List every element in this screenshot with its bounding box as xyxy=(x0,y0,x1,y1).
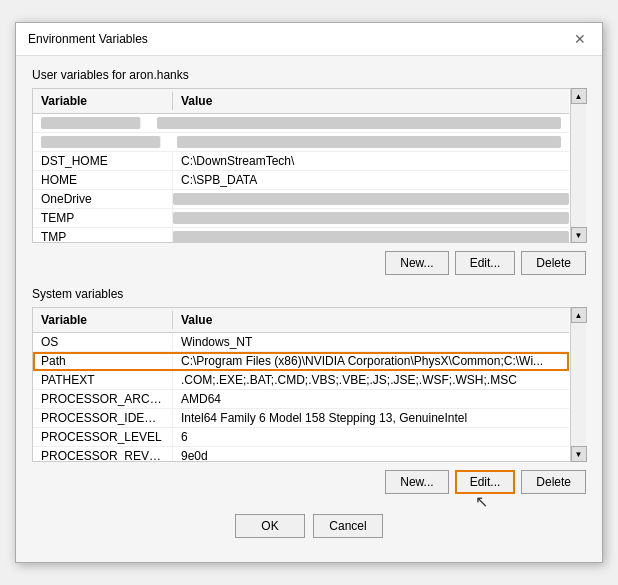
cell-value: 6 xyxy=(173,428,569,446)
dialog-body: User variables for aron.hanks Variable V… xyxy=(16,56,602,562)
cancel-button[interactable]: Cancel xyxy=(313,514,383,538)
cell-variable: OneDrive xyxy=(33,190,173,208)
environment-variables-dialog: Environment Variables ✕ User variables f… xyxy=(15,22,603,563)
system-table-header: Variable Value xyxy=(33,308,569,333)
cell-value: C:\Program Files (x86)\NVIDIA Corporatio… xyxy=(173,352,569,370)
cell-value xyxy=(173,212,569,224)
scroll-up-arrow[interactable]: ▲ xyxy=(571,307,587,323)
cell-variable: TEMP xyxy=(33,209,173,227)
cell-value: .COM;.EXE;.BAT;.CMD;.VBS;.VBE;.JS;.JSE;.… xyxy=(173,371,569,389)
system-section-label: System variables xyxy=(32,287,586,301)
user-var-header: Variable xyxy=(33,92,173,110)
cell-variable: PROCESSOR_ARCHITECTURE xyxy=(33,390,173,408)
user-variables-table: Variable Value DST_HOME C:\DownStreamTec… xyxy=(32,88,586,243)
bottom-buttons-row: OK Cancel xyxy=(32,506,586,550)
table-row[interactable]: TMP xyxy=(33,228,569,243)
table-row[interactable]: OneDrive xyxy=(33,190,569,209)
system-variables-table: Variable Value OS Windows_NT Path C:\Pro… xyxy=(32,307,586,462)
cell-value: 9e0d xyxy=(173,447,569,462)
system-var-header: Variable xyxy=(33,311,173,329)
cell-value: Windows_NT xyxy=(173,333,569,351)
user-table-header: Variable Value xyxy=(33,89,569,114)
system-new-button[interactable]: New... xyxy=(385,470,448,494)
cell-variable: PROCESSOR_LEVEL xyxy=(33,428,173,446)
cell-variable: DST_HOME xyxy=(33,152,173,170)
cell-value: Intel64 Family 6 Model 158 Stepping 13, … xyxy=(173,409,569,427)
table-row[interactable]: HOME C:\SPB_DATA xyxy=(33,171,569,190)
user-section-label: User variables for aron.hanks xyxy=(32,68,586,82)
table-row[interactable]: OS Windows_NT xyxy=(33,333,569,352)
cell-variable: PROCESSOR_IDENTIFIER xyxy=(33,409,173,427)
table-row[interactable]: PROCESSOR_LEVEL 6 xyxy=(33,428,569,447)
user-table-scrollbar[interactable]: ▲ ▼ xyxy=(570,88,586,243)
system-edit-button[interactable]: Edit... xyxy=(455,470,516,494)
table-row[interactable]: PATHEXT .COM;.EXE;.BAT;.CMD;.VBS;.VBE;.J… xyxy=(33,371,569,390)
cell-variable: OS xyxy=(33,333,173,351)
table-row[interactable]: TEMP xyxy=(33,209,569,228)
ok-button[interactable]: OK xyxy=(235,514,305,538)
cell-value xyxy=(173,193,569,205)
system-buttons-row: New... Edit... Delete xyxy=(32,470,586,494)
scroll-up-arrow[interactable]: ▲ xyxy=(571,88,587,104)
system-val-header: Value xyxy=(173,311,569,329)
table-row[interactable]: PROCESSOR_REVISION 9e0d xyxy=(33,447,569,462)
user-buttons-row: New... Edit... Delete xyxy=(32,251,586,275)
cell-value: C:\DownStreamTech\ xyxy=(173,152,569,170)
user-edit-button[interactable]: Edit... xyxy=(455,251,516,275)
cell-value: C:\SPB_DATA xyxy=(173,171,569,189)
cell-value xyxy=(157,117,561,129)
cell-variable xyxy=(41,117,141,129)
table-row[interactable] xyxy=(33,114,569,133)
table-row-path[interactable]: Path C:\Program Files (x86)\NVIDIA Corpo… xyxy=(33,352,569,371)
title-bar: Environment Variables ✕ xyxy=(16,23,602,56)
system-table-scrollbar[interactable]: ▲ ▼ xyxy=(570,307,586,462)
scroll-down-arrow[interactable]: ▼ xyxy=(571,446,587,462)
dialog-title: Environment Variables xyxy=(28,32,148,46)
cell-variable: PATHEXT xyxy=(33,371,173,389)
scroll-down-arrow[interactable]: ▼ xyxy=(571,227,587,243)
table-row[interactable]: PROCESSOR_ARCHITECTURE AMD64 xyxy=(33,390,569,409)
user-new-button[interactable]: New... xyxy=(385,251,448,275)
table-row[interactable]: DST_HOME C:\DownStreamTech\ xyxy=(33,152,569,171)
table-row[interactable] xyxy=(33,133,569,152)
cell-variable: Path xyxy=(33,352,173,370)
cell-value xyxy=(177,136,561,148)
system-delete-button[interactable]: Delete xyxy=(521,470,586,494)
table-row[interactable]: PROCESSOR_IDENTIFIER Intel64 Family 6 Mo… xyxy=(33,409,569,428)
cell-value: AMD64 xyxy=(173,390,569,408)
cell-variable: TMP xyxy=(33,228,173,243)
cell-variable: PROCESSOR_REVISION xyxy=(33,447,173,462)
user-delete-button[interactable]: Delete xyxy=(521,251,586,275)
cell-variable: HOME xyxy=(33,171,173,189)
user-val-header: Value xyxy=(173,92,569,110)
cell-variable xyxy=(41,136,161,148)
close-button[interactable]: ✕ xyxy=(570,31,590,47)
cell-value xyxy=(173,231,569,243)
